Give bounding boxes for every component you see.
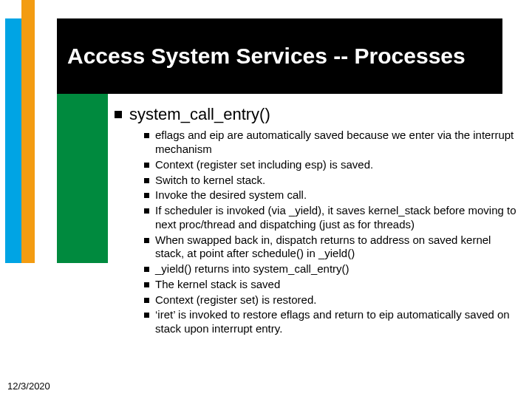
slide-heading: system_call_entry(): [129, 105, 270, 124]
bullet-text: ‘iret’ is invoked to restore eflags and …: [155, 308, 517, 336]
list-item: Context (register set including esp) is …: [144, 158, 517, 172]
bullet-text: eflags and eip are automatically saved b…: [155, 129, 517, 157]
list-item: The kernel stack is saved: [144, 278, 517, 292]
bullet-text: Context (register set) is restored.: [155, 293, 316, 307]
list-item: Invoke the desired system call.: [144, 188, 517, 202]
list-item: If scheduler is invoked (via _yield), it…: [144, 204, 517, 232]
bullet-text: When swapped back in, dispatch returns t…: [155, 233, 517, 262]
list-item: eflags and eip are automatically saved b…: [144, 129, 517, 157]
bullet-text: The kernel stack is saved: [155, 278, 280, 292]
bullet-square-icon: [115, 111, 122, 118]
bullet-square-icon: [144, 298, 149, 303]
bullet-square-icon: [144, 178, 149, 183]
decor-orange-bar: [21, 0, 35, 263]
list-item: When swapped back in, dispatch returns t…: [144, 233, 517, 262]
bullet-square-icon: [144, 208, 149, 214]
slide-title: Access System Services -- Processes: [67, 43, 466, 69]
slide: Access System Services -- Processes syst…: [0, 0, 532, 399]
title-block: Access System Services -- Processes: [57, 18, 502, 94]
heading-row: system_call_entry(): [115, 105, 517, 124]
bullet-text: _yield() returns into system_call_entry(…: [155, 262, 349, 276]
bullet-square-icon: [144, 133, 149, 138]
bullet-text: If scheduler is invoked (via _yield), it…: [155, 204, 517, 232]
bullet-square-icon: [144, 163, 149, 168]
content-area: system_call_entry() eflags and eip are a…: [115, 105, 517, 338]
bullet-text: Switch to kernel stack.: [155, 174, 265, 188]
decor-blue-bar: [5, 18, 21, 263]
list-item: _yield() returns into system_call_entry(…: [144, 262, 517, 276]
list-item: Switch to kernel stack.: [144, 174, 517, 188]
bullet-list: eflags and eip are automatically saved b…: [144, 129, 517, 336]
bullet-text: Invoke the desired system call.: [155, 188, 307, 202]
bullet-square-icon: [144, 238, 149, 243]
list-item: ‘iret’ is invoked to restore eflags and …: [144, 308, 517, 336]
bullet-square-icon: [144, 193, 149, 198]
date-stamp: 12/3/2020: [7, 381, 50, 392]
bullet-square-icon: [144, 282, 149, 287]
bullet-square-icon: [144, 313, 149, 318]
bullet-text: Context (register set including esp) is …: [155, 158, 373, 172]
list-item: Context (register set) is restored.: [144, 293, 517, 307]
bullet-square-icon: [144, 267, 149, 272]
